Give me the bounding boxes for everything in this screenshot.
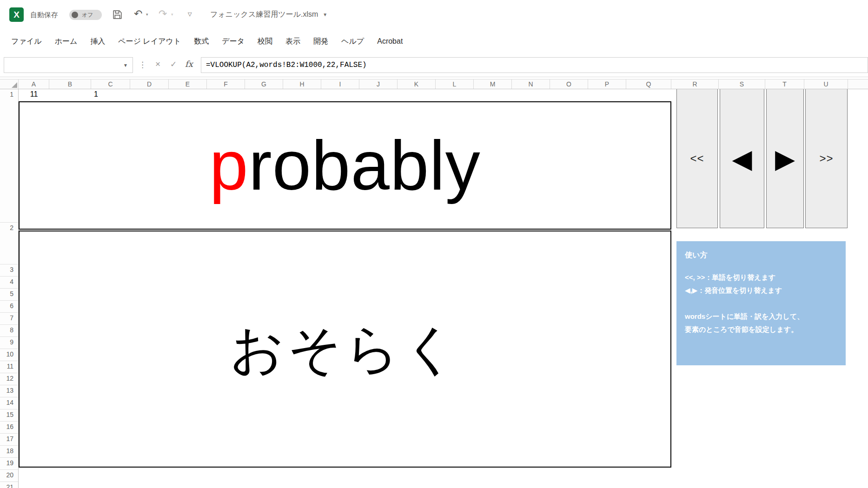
tab-view[interactable]: 表示 bbox=[279, 30, 307, 53]
row-header-18[interactable]: 18 bbox=[0, 446, 18, 458]
select-all-corner[interactable] bbox=[0, 79, 19, 89]
info-box-spacer bbox=[685, 297, 837, 310]
word-highlight-letter: p bbox=[209, 126, 248, 204]
next-word-button[interactable]: >> bbox=[805, 89, 848, 228]
redo-icon: ↷ bbox=[159, 8, 167, 20]
autosave-toggle[interactable]: オフ bbox=[69, 10, 102, 20]
name-box[interactable]: ▼ bbox=[4, 57, 133, 73]
col-header-o[interactable]: O bbox=[550, 79, 588, 89]
left-triangle-icon: ◀ bbox=[732, 144, 752, 174]
row-header-17[interactable]: 17 bbox=[0, 434, 18, 446]
tab-developer[interactable]: 開発 bbox=[307, 30, 335, 53]
col-header-t[interactable]: T bbox=[765, 79, 804, 89]
customize-toolbar-icon[interactable]: ▽ bbox=[188, 11, 192, 17]
title-bar: X 自動保存 オフ ↶ ▾ ↷ ▾ ▽ フォニックス練習用ツール.xlsm ▼ bbox=[0, 0, 868, 30]
col-header-l[interactable]: L bbox=[436, 79, 474, 89]
row-header-8[interactable]: 8 bbox=[0, 325, 18, 337]
col-header-i[interactable]: I bbox=[321, 79, 359, 89]
translation-text: おそらく bbox=[230, 323, 460, 376]
row-header-1[interactable]: 1 bbox=[0, 89, 18, 223]
tab-page-layout[interactable]: ページ レイアウト bbox=[112, 30, 187, 53]
col-header-h[interactable]: H bbox=[283, 79, 321, 89]
toggle-knob-icon bbox=[72, 12, 78, 18]
tab-acrobat[interactable]: Acrobat bbox=[371, 30, 409, 53]
tab-review[interactable]: 校閲 bbox=[251, 30, 279, 53]
row-header-14[interactable]: 14 bbox=[0, 397, 18, 409]
prev-word-label: << bbox=[690, 152, 704, 165]
col-header-k[interactable]: K bbox=[398, 79, 436, 89]
cell-c1[interactable]: 1 bbox=[94, 90, 98, 99]
tab-insert[interactable]: 挿入 bbox=[84, 30, 112, 53]
col-header-d[interactable]: D bbox=[130, 79, 169, 89]
row-header-3[interactable]: 3 bbox=[0, 264, 18, 277]
row-header-20[interactable]: 20 bbox=[0, 470, 18, 482]
row-header-13[interactable]: 13 bbox=[0, 385, 18, 397]
column-headers: A B C D E F G H I J K L M N O P Q R S T … bbox=[19, 79, 868, 89]
cell-a1[interactable]: 11 bbox=[19, 90, 49, 99]
sheet-grid: 11 1 probably おそらく << ◀ ▶ >> 使い方 <<, >>：… bbox=[19, 89, 868, 488]
word-rest: robably bbox=[249, 126, 481, 204]
row-headers: 1 2 3 4 5 6 7 8 9 10 11 12 13 14 15 16 1… bbox=[0, 89, 19, 488]
row-header-10[interactable]: 10 bbox=[0, 349, 18, 361]
formula-bar: ▼ ⋮ × ✓ fx =VLOOKUP(A2,words!B2:W1000,22… bbox=[0, 53, 868, 77]
col-header-q[interactable]: Q bbox=[626, 79, 671, 89]
formula-input[interactable]: =VLOOKUP(A2,words!B2:W1000,22,FALSE) bbox=[201, 57, 868, 73]
row-header-21[interactable]: 21 bbox=[0, 482, 18, 488]
row-header-15[interactable]: 15 bbox=[0, 409, 18, 422]
undo-icon[interactable]: ↶ bbox=[134, 8, 142, 20]
col-header-s[interactable]: S bbox=[719, 79, 765, 89]
tab-help[interactable]: ヘルプ bbox=[335, 30, 371, 53]
col-header-g[interactable]: G bbox=[245, 79, 283, 89]
col-header-f[interactable]: F bbox=[207, 79, 245, 89]
col-header-j[interactable]: J bbox=[359, 79, 398, 89]
col-header-u[interactable]: U bbox=[804, 79, 848, 89]
filename-dropdown-icon[interactable]: ▼ bbox=[323, 12, 327, 17]
tab-file[interactable]: ファイル bbox=[5, 30, 48, 53]
autosave-label: 自動保存 bbox=[30, 11, 58, 20]
row-header-11[interactable]: 11 bbox=[0, 361, 18, 373]
formula-bar-separator-icon: ⋮ bbox=[139, 60, 146, 70]
col-header-a[interactable]: A bbox=[19, 79, 49, 89]
row-header-5[interactable]: 5 bbox=[0, 289, 18, 301]
tab-data[interactable]: データ bbox=[215, 30, 251, 53]
row-header-16[interactable]: 16 bbox=[0, 422, 18, 434]
row-header-9[interactable]: 9 bbox=[0, 337, 18, 349]
name-box-dropdown-icon[interactable]: ▼ bbox=[123, 63, 128, 68]
filename: フォニックス練習用ツール.xlsm bbox=[210, 10, 318, 20]
redo-dropdown-icon: ▾ bbox=[171, 12, 173, 17]
usage-info-box: 使い方 <<, >>：単語を切り替えます ◀,▶：発音位置を切り替えます wor… bbox=[676, 241, 846, 365]
ribbon-tab-bar: ファイル ホーム 挿入 ページ レイアウト 数式 データ 校閲 表示 開発 ヘル… bbox=[0, 30, 868, 53]
right-triangle-icon: ▶ bbox=[775, 144, 795, 174]
prev-word-button[interactable]: << bbox=[676, 89, 718, 228]
col-header-n[interactable]: N bbox=[512, 79, 550, 89]
enter-icon[interactable]: ✓ bbox=[170, 59, 177, 69]
col-header-r[interactable]: R bbox=[671, 79, 719, 89]
col-header-p[interactable]: P bbox=[588, 79, 626, 89]
row-header-19[interactable]: 19 bbox=[0, 458, 18, 470]
cancel-icon[interactable]: × bbox=[155, 59, 160, 69]
word-card[interactable]: probably bbox=[19, 101, 671, 230]
col-header-c[interactable]: C bbox=[91, 79, 130, 89]
col-header-b[interactable]: B bbox=[49, 79, 91, 89]
excel-icon[interactable]: X bbox=[9, 7, 24, 22]
next-sound-button[interactable]: ▶ bbox=[766, 89, 804, 228]
row-header-4[interactable]: 4 bbox=[0, 277, 18, 289]
next-word-label: >> bbox=[819, 152, 833, 165]
tab-formulas[interactable]: 数式 bbox=[187, 30, 215, 53]
insert-function-icon[interactable]: fx bbox=[185, 59, 193, 69]
row-header-7[interactable]: 7 bbox=[0, 313, 18, 325]
tab-home[interactable]: ホーム bbox=[48, 30, 84, 53]
autosave-state: オフ bbox=[82, 11, 93, 19]
file-title[interactable]: フォニックス練習用ツール.xlsm ▼ bbox=[210, 10, 327, 20]
translation-card[interactable]: おそらく bbox=[19, 231, 671, 468]
undo-dropdown-icon[interactable]: ▾ bbox=[146, 12, 148, 17]
col-header-e[interactable]: E bbox=[169, 79, 207, 89]
row-header-2[interactable]: 2 bbox=[0, 223, 18, 264]
row-header-12[interactable]: 12 bbox=[0, 373, 18, 385]
info-box-line: wordsシートに単語・訳を入力して、 bbox=[685, 310, 837, 323]
word-text: probably bbox=[209, 131, 480, 200]
prev-sound-button[interactable]: ◀ bbox=[720, 89, 764, 228]
row-header-6[interactable]: 6 bbox=[0, 301, 18, 313]
save-icon[interactable] bbox=[112, 9, 123, 22]
col-header-m[interactable]: M bbox=[474, 79, 512, 89]
